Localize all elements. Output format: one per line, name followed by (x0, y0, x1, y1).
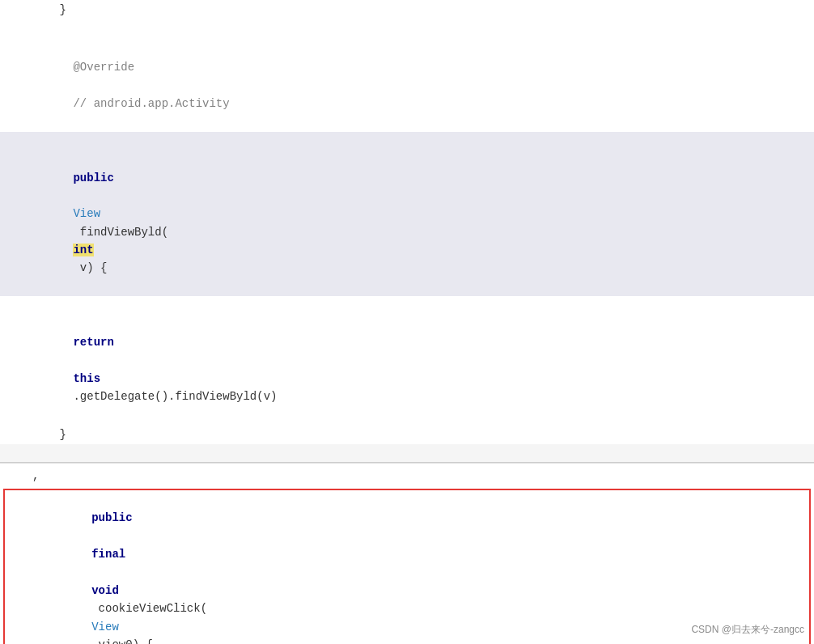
sp2: findViewByld( (73, 226, 168, 239)
watermark: CSDN @归去来兮-zangcc (691, 622, 804, 638)
kw-public-1: public (73, 172, 113, 184)
comma-text: , (32, 469, 39, 482)
code-container: } @Override // android.app.Activity publ… (0, 0, 814, 644)
separator-divider (0, 444, 814, 464)
red-box-section: public final void cookieViewClick( View … (3, 489, 811, 644)
sp1 (73, 189, 79, 202)
comment-spacing (73, 79, 87, 92)
highlight-int: int (73, 244, 93, 256)
sp3: v) { (73, 261, 107, 274)
sp4 (73, 354, 79, 366)
indent-4 (73, 153, 100, 166)
top-code-block: } @Override // android.app.Activity publ… (0, 0, 814, 444)
kw-int: int (73, 244, 93, 256)
type-view: View (73, 207, 100, 220)
line-override: @Override // android.app.Activity (0, 40, 814, 132)
line-blank-1 (0, 19, 814, 39)
line-close-brace-top: } (0, 0, 814, 19)
kw-return: return (73, 336, 113, 349)
line-return-delegate: return this .getDelegate().findViewByld(… (0, 296, 814, 425)
sp5: .getDelegate().findViewByld(v) (73, 390, 277, 403)
kw-this-1: this (73, 372, 100, 385)
line-close-brace-method: } (0, 425, 814, 444)
comment-activity: // android.app.Activity (73, 97, 229, 110)
indent-8 (73, 318, 127, 331)
comma-line: , (0, 464, 814, 488)
override-annotation: @Override (73, 61, 134, 74)
line-findviewbyid: public View findViewByld( int v) { (0, 132, 814, 297)
rb-line-1: public final void cookieViewClick( View … (5, 490, 809, 644)
